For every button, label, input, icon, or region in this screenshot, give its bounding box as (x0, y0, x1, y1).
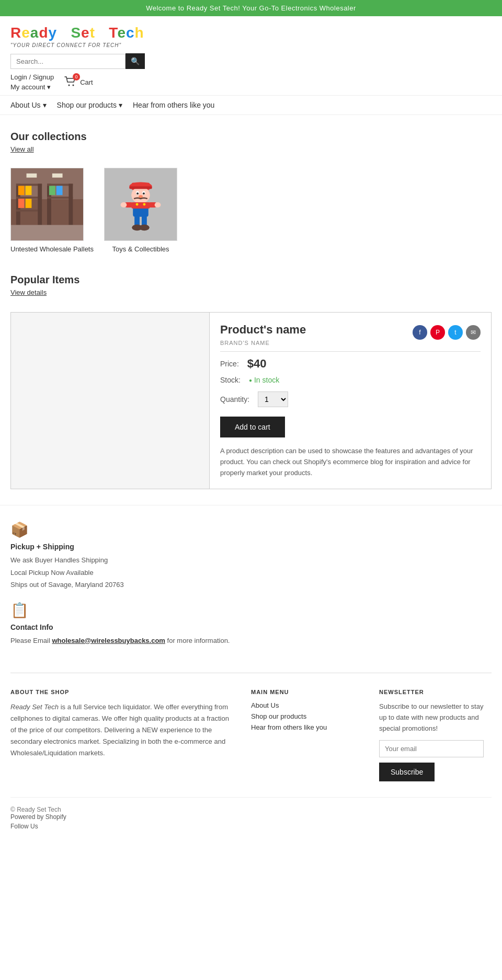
svg-point-34 (143, 203, 145, 206)
cart-label: Cart (80, 78, 93, 86)
brand-name: BRAND'S NAME (220, 340, 481, 346)
svg-point-1 (73, 84, 74, 86)
add-to-cart-button[interactable]: Add to cart (220, 417, 285, 437)
svg-rect-11 (18, 199, 25, 208)
quantity-select[interactable]: 1 2 3 (258, 391, 288, 407)
logo-area: Ready Set Tech "YOUR DIRECT CONNECT FOR … (10, 25, 492, 48)
footer-grid: ABOUT THE SHOP Ready Set Tech is a full … (10, 689, 492, 781)
subscribe-button[interactable]: Subscribe (379, 763, 435, 781)
main-content: Our collections View all (0, 115, 502, 505)
my-account-link[interactable]: My account ▾ (10, 83, 54, 91)
chevron-down-icon: ▾ (47, 83, 51, 91)
shipping-info: 📦 Pickup + Shipping We ask Buyer Handles… (10, 521, 492, 591)
twitter-icon[interactable]: t (448, 325, 463, 340)
search-button[interactable]: 🔍 (126, 53, 145, 69)
svg-rect-12 (26, 199, 32, 208)
footer-about: ABOUT THE SHOP Ready Set Tech is a full … (10, 689, 235, 781)
product-image (11, 313, 210, 489)
view-all-link[interactable]: View all (10, 145, 34, 153)
svg-point-29 (143, 192, 145, 194)
stock-label: Stock: (220, 376, 241, 384)
nav-item-shop[interactable]: Shop our products ▾ (57, 101, 122, 109)
product-name: Product's name (220, 323, 306, 337)
footer: ABOUT THE SHOP Ready Set Tech is a full … (0, 673, 502, 848)
svg-rect-17 (49, 186, 55, 195)
price-row: Price: $40 (220, 357, 481, 371)
copyright: © Ready Set Tech (10, 806, 61, 813)
collection-label-toys: Toys & Collectibles (104, 245, 177, 253)
svg-rect-20 (27, 174, 37, 178)
svg-rect-19 (11, 225, 83, 240)
product-card: Product's name f P t ✉ BRAND'S NAME Pric… (10, 312, 492, 489)
powered-by[interactable]: Powered by Shopify (10, 813, 492, 821)
account-row: Login / Signup My account ▾ 0 Cart (10, 73, 492, 91)
svg-rect-32 (131, 202, 150, 209)
price-value: $40 (247, 357, 267, 371)
cart-icon-wrap: 0 (64, 76, 77, 88)
svg-point-38 (155, 202, 161, 207)
svg-point-37 (121, 202, 127, 207)
stock-row: Stock: In stock (220, 376, 481, 384)
collection-image-toys (104, 168, 177, 241)
popular-section: Popular Items View details Product's nam… (10, 274, 492, 489)
cart-link[interactable]: 0 Cart (64, 76, 93, 88)
search-input[interactable] (10, 54, 126, 69)
nav-about-chevron: ▾ (43, 101, 47, 109)
footer-link-shop[interactable]: Shop our products (251, 712, 363, 720)
pinterest-icon[interactable]: P (430, 325, 445, 340)
shipping-line-2: Local Pickup Now Available (10, 569, 94, 577)
login-label: Login / Signup (10, 73, 54, 81)
shipping-line-1: We ask Buyer Handles Shipping (10, 556, 108, 564)
footer-about-body: is a full Service tech liquidator. We of… (10, 703, 229, 757)
top-banner: Welcome to Ready Set Tech! Your Go-To El… (0, 0, 502, 16)
contact-email[interactable]: wholesale@wirelessbuybacks.com (52, 637, 165, 644)
product-divider (220, 351, 481, 352)
collection-item-warehouse[interactable]: Untested Wholesale Pallets (10, 168, 94, 253)
facebook-icon[interactable]: f (413, 325, 427, 340)
footer-link-about[interactable]: About Us (251, 701, 363, 709)
cart-badge: 0 (73, 73, 80, 80)
stock-status: In stock (249, 376, 279, 384)
collection-item-toys[interactable]: Toys & Collectibles (104, 168, 177, 253)
logo[interactable]: Ready Set Tech (10, 25, 492, 41)
svg-rect-10 (26, 186, 32, 195)
banner-text: Welcome to Ready Set Tech! Your Go-To El… (146, 4, 356, 12)
newsletter-input[interactable] (379, 740, 484, 757)
login-link[interactable]: Login / Signup (10, 73, 54, 81)
collections-title: Our collections (10, 131, 492, 143)
newsletter-text: Subscribe to our newsletter to stay up t… (379, 701, 492, 734)
product-description: A product description can be used to sho… (220, 446, 481, 478)
collection-image-warehouse (10, 168, 84, 241)
footer-link-hear[interactable]: Hear from others like you (251, 723, 363, 731)
svg-rect-18 (56, 186, 63, 195)
shipping-text: We ask Buyer Handles Shipping Local Pick… (10, 554, 492, 591)
contact-info: 📋 Contact Info Please Email wholesale@wi… (10, 602, 492, 647)
svg-rect-9 (18, 186, 25, 195)
nav-item-about[interactable]: About Us ▾ (10, 101, 47, 109)
contact-icon: 📋 (10, 602, 492, 619)
search-row: 🔍 (10, 53, 492, 69)
contact-title: Contact Info (10, 623, 492, 631)
view-details-link[interactable]: View details (10, 289, 47, 296)
mario-svg (105, 168, 177, 241)
nav-about-label: About Us (10, 101, 41, 109)
footer-menu: MAIN MENU About Us Shop our products Hea… (251, 689, 363, 781)
nav-item-hear[interactable]: Hear from others like you (133, 101, 214, 109)
shipping-title: Pickup + Shipping (10, 543, 492, 551)
follow-us[interactable]: Follow Us (10, 823, 492, 830)
quantity-row: Quantity: 1 2 3 (220, 391, 481, 407)
svg-rect-21 (52, 174, 63, 178)
email-share-icon[interactable]: ✉ (466, 325, 481, 340)
svg-point-33 (136, 203, 139, 206)
contact-suffix: for more information. (165, 637, 230, 644)
collection-label-warehouse: Untested Wholesale Pallets (10, 245, 94, 253)
svg-point-0 (69, 84, 70, 86)
shipping-icon: 📦 (10, 521, 492, 538)
svg-rect-8 (38, 184, 42, 225)
header: Ready Set Tech "YOUR DIRECT CONNECT FOR … (0, 16, 502, 95)
info-section: 📦 Pickup + Shipping We ask Buyer Handles… (0, 505, 502, 673)
popular-title: Popular Items (10, 274, 492, 286)
product-details: Product's name f P t ✉ BRAND'S NAME Pric… (210, 313, 491, 489)
quantity-label: Quantity: (220, 395, 249, 403)
contact-text: Please Email wholesale@wirelessbuybacks.… (10, 635, 492, 647)
